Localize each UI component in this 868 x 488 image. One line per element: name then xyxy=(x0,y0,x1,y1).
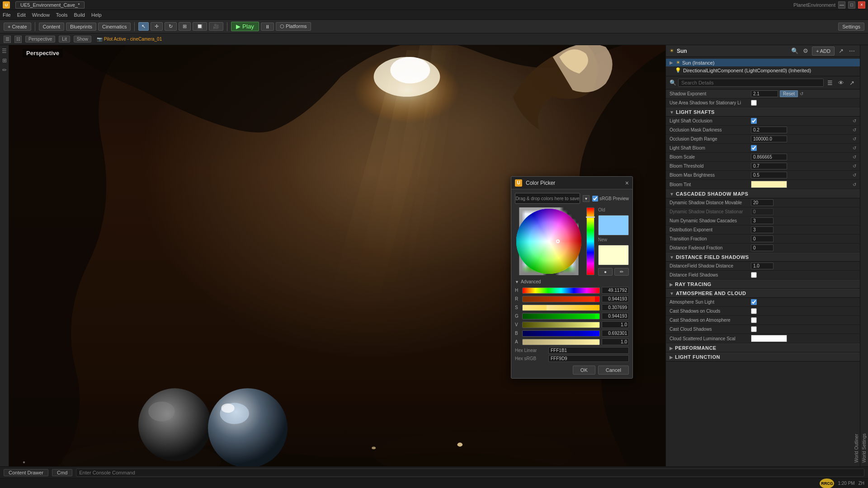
window-tab[interactable]: UE5_Environment_Cave_* xyxy=(15,1,85,9)
tree-item-sun[interactable]: ▶ ☀ Sun (Instance) xyxy=(666,59,860,66)
cc-checkbox[interactable] xyxy=(751,308,757,314)
bloom-tint-swatch[interactable] xyxy=(751,181,787,188)
section-distance-field[interactable]: ▼ DISTANCE FIELD SHADOWS xyxy=(666,253,860,262)
section-cascaded-shadows[interactable]: ▼ CASCADED SHADOW MAPS xyxy=(666,189,860,198)
platforms-button[interactable]: ⬡ Platforms xyxy=(276,22,311,31)
cp-b-input[interactable] xyxy=(602,330,629,337)
light-shaft-bloom-checkbox[interactable] xyxy=(751,145,757,151)
search-input[interactable] xyxy=(678,79,824,87)
use-area-shadows-checkbox[interactable] xyxy=(751,100,757,106)
bloom-scale-input[interactable] xyxy=(751,154,787,160)
asl-checkbox[interactable] xyxy=(751,299,757,305)
cp-hex-srgb-input[interactable] xyxy=(548,355,629,362)
cp-dropdown-btn[interactable]: ▾ xyxy=(583,195,590,202)
cp-r-track[interactable] xyxy=(522,296,600,302)
cp-hex-linear-input[interactable] xyxy=(548,347,629,354)
left-sidebar-toggle[interactable]: ☰ xyxy=(4,36,11,43)
shadow-reset-icon[interactable]: ↺ xyxy=(800,91,803,96)
cp-v-track[interactable] xyxy=(522,322,600,328)
cp-close-icon[interactable]: × xyxy=(625,179,629,187)
cp-r-input[interactable] xyxy=(602,296,629,302)
dsm-input[interactable] xyxy=(751,199,774,206)
section-atmosphere[interactable]: ▼ ATMOSPHERE AND CLOUD xyxy=(666,289,860,298)
cp-g-input[interactable] xyxy=(602,313,629,319)
menu-tools[interactable]: Tools xyxy=(56,12,68,18)
create-button[interactable]: + Create xyxy=(4,23,31,31)
move-tool[interactable]: ✛ xyxy=(151,22,163,31)
show-dropdown[interactable]: Show xyxy=(74,36,91,42)
occlusion-mask-input[interactable] xyxy=(751,127,787,133)
menu-window[interactable]: Window xyxy=(32,12,50,18)
content-drawer-tab[interactable]: Content Drawer xyxy=(4,469,48,476)
perspective-dropdown[interactable]: Perspective xyxy=(25,36,55,42)
bloom-threshold-input[interactable] xyxy=(751,163,787,169)
dss-input[interactable] xyxy=(751,208,774,215)
cp-ok-button[interactable]: OK xyxy=(573,366,595,375)
ff-input[interactable] xyxy=(751,244,774,251)
dfs-checkbox[interactable] xyxy=(751,272,757,278)
panel-add-button[interactable]: + ADD xyxy=(812,47,835,56)
blueprints-button[interactable]: Blueprints xyxy=(66,23,96,31)
sidebar-icon-brush[interactable]: ✏ xyxy=(0,66,9,74)
console-input[interactable] xyxy=(76,469,864,477)
tf-input[interactable] xyxy=(751,235,774,242)
panel-toggle[interactable]: ☷ xyxy=(14,36,22,43)
cp-a-track[interactable] xyxy=(522,339,600,345)
de-input[interactable] xyxy=(751,226,774,233)
ca-checkbox[interactable] xyxy=(751,317,757,323)
cp-h-track[interactable] xyxy=(522,287,600,294)
nc-input[interactable] xyxy=(751,217,774,224)
filter-button[interactable]: ☰ xyxy=(826,78,835,87)
minimize-btn[interactable]: — xyxy=(838,1,845,9)
menu-file[interactable]: File xyxy=(3,12,11,18)
content-button[interactable]: Content xyxy=(39,23,65,31)
cp-eyedropper-btn[interactable]: ✏ xyxy=(614,268,629,276)
cp-a-input[interactable] xyxy=(602,338,629,345)
close-btn[interactable]: × xyxy=(858,1,865,9)
section-performance[interactable]: ▶ PERFORMANCE xyxy=(666,343,860,352)
rotate-tool[interactable]: ↻ xyxy=(165,22,177,31)
cp-wheel-canvas[interactable] xyxy=(515,207,583,275)
panel-collapse-btn[interactable]: ↗ xyxy=(836,47,845,56)
dfsd-input[interactable] xyxy=(751,263,774,269)
occlusion-depth-input[interactable] xyxy=(751,136,787,142)
lit-dropdown[interactable]: Lit xyxy=(59,36,70,42)
shadow-exponent-reset-btn[interactable]: Reset xyxy=(780,90,798,97)
world-outliner-tab[interactable]: World Outliner xyxy=(853,45,860,466)
menu-help[interactable]: Help xyxy=(91,12,102,18)
cp-new-color[interactable] xyxy=(598,245,629,265)
cmd-tab[interactable]: Cmd xyxy=(52,469,72,476)
menu-edit[interactable]: Edit xyxy=(17,12,26,18)
menu-build[interactable]: Build xyxy=(74,12,85,18)
snap-tool[interactable]: 🔲 xyxy=(193,22,207,31)
cp-h-input[interactable] xyxy=(602,287,629,294)
cp-b-track[interactable] xyxy=(522,330,600,337)
panel-search-icon[interactable]: 🔍 xyxy=(790,47,799,56)
sidebar-icon-place[interactable]: ⊞ xyxy=(0,56,9,65)
bloom-max-input[interactable] xyxy=(751,172,787,178)
select-tool[interactable]: ↖ xyxy=(138,22,149,31)
play-button[interactable]: ▶ Play xyxy=(231,22,259,31)
visibility-button[interactable]: 👁 xyxy=(836,78,845,87)
world-settings-tab[interactable]: World Settings xyxy=(860,45,868,466)
cp-g-track[interactable] xyxy=(522,313,600,319)
cp-hue-strip[interactable] xyxy=(586,207,594,275)
scale-tool[interactable]: ⊞ xyxy=(179,22,191,31)
shadow-exponent-input[interactable] xyxy=(751,90,778,97)
camera-tool[interactable]: 🎥 xyxy=(209,22,223,31)
cp-color-dot[interactable]: ● xyxy=(598,268,613,276)
cp-s-input[interactable] xyxy=(602,304,629,311)
cinematics-button[interactable]: Cinematics xyxy=(98,23,131,31)
cp-srgb-checkbox[interactable] xyxy=(592,196,598,202)
cp-v-input[interactable] xyxy=(602,321,629,328)
section-light-function[interactable]: ▶ LIGHT FUNCTION xyxy=(666,352,860,361)
sidebar-icon-outliner[interactable]: ☰ xyxy=(0,47,9,55)
cp-old-color[interactable] xyxy=(598,215,629,235)
cp-advanced-toggle[interactable]: ▼ Advanced xyxy=(515,279,629,284)
cp-cancel-button[interactable]: Cancel xyxy=(598,366,629,375)
pause-button[interactable]: ⏸ xyxy=(261,23,274,31)
maximize-btn[interactable]: □ xyxy=(848,1,855,9)
section-ray-tracing[interactable]: ▶ RAY TRACING xyxy=(666,280,860,289)
cp-wheel-wrap[interactable] xyxy=(515,207,583,275)
settings-button[interactable]: Settings xyxy=(838,23,864,31)
